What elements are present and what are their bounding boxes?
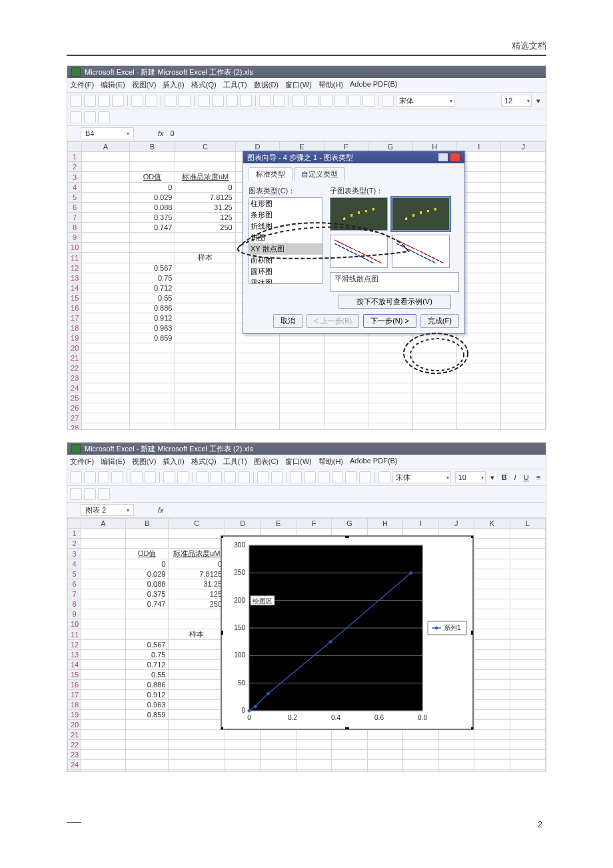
print-icon[interactable] (131, 471, 143, 483)
italic-icon[interactable]: I (512, 473, 519, 481)
dropdown-icon[interactable]: ▾ (534, 97, 543, 105)
research-icon[interactable] (179, 95, 191, 107)
sort-desc-icon[interactable] (332, 471, 344, 483)
menu-view[interactable]: 视图(V) (132, 457, 157, 467)
menu-tools[interactable]: 工具(T) (223, 457, 247, 467)
finish-button[interactable]: 完成(F) (420, 314, 459, 328)
sort-asc-icon[interactable] (318, 471, 330, 483)
menu-bar[interactable]: 文件(F) 编辑(E) 视图(V) 插入(I) 格式(Q) 工具(T) 图表(C… (67, 455, 546, 469)
cut-icon[interactable] (198, 95, 210, 107)
menu-file[interactable]: 文件(F) (70, 457, 94, 467)
subtype-thumb-1[interactable] (330, 197, 388, 231)
menu-format[interactable]: 格式(Q) (191, 457, 217, 467)
pdf-convert-icon[interactable] (70, 111, 82, 123)
menu-window[interactable]: 窗口(W) (285, 80, 312, 90)
hyperlink-icon[interactable] (293, 95, 305, 107)
menu-window[interactable]: 窗口(W) (285, 457, 312, 467)
menu-help[interactable]: 帮助(H) (318, 457, 343, 467)
autosum-icon[interactable] (306, 95, 318, 107)
font-name-select[interactable]: 宋体 (396, 95, 454, 107)
dropdown-icon[interactable]: ▾ (488, 473, 497, 482)
autosum-icon[interactable] (304, 471, 316, 483)
menu-edit[interactable]: 编辑(E) (101, 80, 125, 90)
pdf-icon[interactable] (378, 471, 390, 483)
menu-bar[interactable]: 文件(F) 编辑(E) 视图(V) 插入(I) 格式(Q) 工具(T) 数据(D… (67, 78, 546, 93)
pdf-convert-icon[interactable] (70, 488, 82, 500)
menu-pdf[interactable]: Adobe PDF(B) (350, 80, 398, 90)
paste-icon[interactable] (224, 471, 236, 483)
pdf-review-icon[interactable] (98, 111, 110, 123)
hyperlink-icon[interactable] (290, 471, 302, 483)
tab-standard-types[interactable]: 标准类型 (249, 167, 293, 181)
pdf-icon[interactable] (382, 95, 394, 107)
subtype-thumb-2[interactable] (392, 197, 450, 231)
chart-type-list[interactable]: 柱形图条形图折线图饼图XY 散点图面积图圆环图雷达图曲面图 (249, 197, 323, 284)
cut-icon[interactable] (197, 471, 209, 483)
permission-icon[interactable] (112, 95, 124, 107)
permission-icon[interactable] (111, 471, 123, 483)
undo-icon[interactable] (257, 471, 269, 483)
font-size-select[interactable]: 12 (501, 95, 532, 107)
close-icon[interactable] (450, 153, 460, 162)
new-icon[interactable] (70, 471, 82, 483)
spell-icon[interactable] (165, 95, 177, 107)
new-icon[interactable] (70, 95, 82, 107)
preview-icon[interactable] (145, 471, 157, 483)
name-box[interactable]: B4 (81, 127, 134, 139)
pdf-review-icon[interactable] (98, 488, 110, 500)
tab-custom-types[interactable]: 自定义类型 (294, 167, 345, 181)
chart-wizard-icon[interactable] (345, 471, 357, 483)
menu-help[interactable]: 帮助(H) (318, 80, 343, 90)
back-button[interactable]: < 上一步(B) (306, 314, 359, 328)
fx-icon[interactable]: fx (158, 506, 164, 514)
save-icon[interactable] (98, 471, 110, 483)
preview-icon[interactable] (145, 95, 157, 107)
name-box[interactable]: 图表 2 (81, 504, 134, 516)
embedded-chart[interactable]: 05010015020025030000.20.40.60.8绘图区系列1 (221, 535, 472, 729)
copy-icon[interactable] (212, 95, 224, 107)
menu-data[interactable]: 数据(D) (254, 80, 279, 90)
menu-tools[interactable]: 工具(T) (223, 80, 247, 90)
menu-edit[interactable]: 编辑(E) (101, 457, 125, 467)
font-size-select[interactable]: 10 (455, 471, 486, 483)
save-icon[interactable] (98, 95, 110, 107)
pdf-email-icon[interactable] (84, 488, 96, 500)
format-painter-icon[interactable] (238, 471, 250, 483)
menu-file[interactable]: 文件(F) (70, 80, 94, 90)
open-icon[interactable] (84, 471, 96, 483)
paste-icon[interactable] (226, 95, 238, 107)
redo-icon[interactable] (271, 471, 283, 483)
open-icon[interactable] (84, 95, 96, 107)
redo-icon[interactable] (273, 95, 285, 107)
next-button[interactable]: 下一步(N) > (363, 314, 416, 328)
format-painter-icon[interactable] (240, 95, 252, 107)
spell-icon[interactable] (163, 471, 175, 483)
menu-view[interactable]: 视图(V) (132, 80, 157, 90)
menu-insert[interactable]: 插入(I) (163, 80, 184, 90)
sub-type-preview[interactable] (330, 197, 450, 268)
menu-pdf[interactable]: Adobe PDF(B) (350, 457, 398, 467)
fx-icon[interactable]: fx (158, 129, 164, 137)
cancel-button[interactable]: 取消 (273, 314, 303, 328)
research-icon[interactable] (177, 471, 189, 483)
help-icon[interactable] (362, 95, 374, 107)
press-hold-preview-button[interactable]: 按下不放可查看示例(V) (338, 295, 451, 309)
formula-value[interactable]: 0 (171, 129, 175, 137)
menu-format[interactable]: 格式(Q) (191, 80, 217, 90)
pdf-email-icon[interactable] (84, 111, 96, 123)
copy-icon[interactable] (211, 471, 223, 483)
menu-chart[interactable]: 图表(C) (254, 457, 279, 467)
chart-wizard-icon[interactable] (348, 95, 360, 107)
help-icon[interactable] (359, 471, 371, 483)
subtype-thumb-3[interactable] (330, 235, 388, 268)
print-icon[interactable] (131, 95, 143, 107)
font-name-select[interactable]: 宋体 (392, 471, 451, 483)
sort-desc-icon[interactable] (334, 95, 346, 107)
subtype-thumb-4[interactable] (392, 235, 450, 268)
menu-insert[interactable]: 插入(I) (163, 457, 184, 467)
undo-icon[interactable] (259, 95, 271, 107)
sort-asc-icon[interactable] (320, 95, 332, 107)
underline-icon[interactable]: U (521, 473, 532, 481)
align-icon[interactable]: ≡ (534, 473, 543, 481)
help-icon[interactable] (438, 153, 448, 162)
